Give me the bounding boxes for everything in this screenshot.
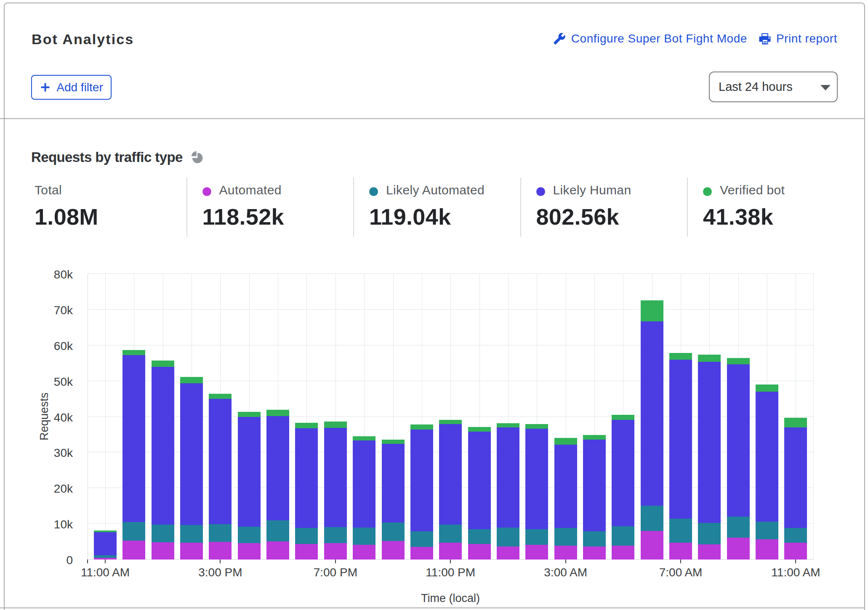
bar-segment-likely-automated [525, 529, 548, 545]
stat-label: Verified bot [720, 183, 785, 197]
bar-2-00-am[interactable] [525, 424, 548, 560]
bar-segment-automated [698, 544, 721, 560]
bar-segment-likely-human [612, 420, 634, 526]
add-filter-button[interactable]: Add filter [31, 75, 112, 100]
bar-1-00-pm[interactable] [152, 361, 174, 560]
bar-11-00-am[interactable] [94, 530, 117, 560]
bar-10-00-pm[interactable] [410, 424, 433, 560]
header-links: Configure Super Bot Fight Mode Print rep… [553, 32, 837, 45]
bar-11-00-pm[interactable] [439, 420, 462, 560]
bar-segment-likely-human [295, 428, 318, 528]
bar-segment-likely-human [641, 321, 663, 506]
stat-verified-bot: Verified bot41.38k [687, 178, 854, 237]
bar-segment-verified-bot [525, 424, 548, 429]
bar-4-00-am[interactable] [583, 435, 606, 560]
bar-segment-verified-bot [382, 440, 405, 444]
bar-segment-verified-bot [266, 410, 289, 416]
bar-8-00-pm[interactable] [353, 436, 375, 560]
bar-segment-automated [152, 542, 174, 560]
x-axis-title: Time (local) [421, 592, 480, 605]
bar-segment-automated [324, 543, 347, 560]
bar-segment-verified-bot [497, 423, 519, 427]
bar-segment-automated [554, 546, 577, 560]
y-tick-label: 0 [66, 554, 73, 567]
stat-label: Likely Human [553, 183, 631, 197]
bar-segment-verified-bot [612, 415, 634, 420]
x-tick-label: 3:00 PM [198, 566, 242, 579]
bar-5-00-pm[interactable] [266, 410, 289, 560]
bar-segment-verified-bot [410, 424, 433, 430]
bar-segment-likely-automated [784, 528, 807, 543]
y-axis-title: Requests [38, 393, 51, 440]
wrench-icon [553, 32, 566, 45]
configure-link-label: Configure Super Bot Fight Mode [571, 32, 747, 45]
bar-1-00-am[interactable] [497, 423, 519, 560]
bar-segment-likely-automated [266, 520, 289, 541]
bar-segment-likely-human [266, 416, 289, 520]
bar-2-00-pm[interactable] [180, 377, 203, 560]
bar-segment-likely-human [583, 440, 606, 531]
stat-value: 119.04k [369, 204, 520, 230]
requests-chart: Requests Time (local) 010k20k30k40k50k60… [0, 252, 868, 607]
bar-4-00-pm[interactable] [238, 412, 261, 560]
stat-value: 118.52k [202, 204, 354, 230]
bar-segment-verified-bot [238, 412, 261, 417]
bar-7-00-am[interactable] [669, 353, 692, 560]
bar-segment-automated [266, 541, 289, 560]
bar-segment-verified-bot [756, 385, 778, 392]
bar-6-00-am[interactable] [641, 300, 663, 560]
bar-segment-likely-automated [295, 528, 318, 544]
bar-segment-likely-human [238, 417, 261, 527]
x-tick-mark [680, 560, 681, 563]
y-tick-label: 50k [54, 375, 73, 389]
stat-label: Automated [219, 183, 282, 197]
bar-segment-likely-automated [554, 528, 577, 546]
stat-label: Likely Automated [386, 183, 485, 197]
x-tick-mark [565, 560, 566, 563]
bar-segment-likely-human [497, 427, 519, 528]
bar-segment-automated [180, 543, 203, 560]
bar-12-00-am[interactable] [468, 427, 491, 560]
bar-segment-likely-automated [756, 522, 778, 539]
bar-segment-verified-bot [698, 355, 721, 362]
bar-8-00-am[interactable] [698, 355, 721, 560]
print-report-link[interactable]: Print report [759, 32, 837, 45]
bar-segment-likely-automated [497, 528, 519, 546]
bar-segment-verified-bot [122, 350, 145, 355]
plot-right-edge-line [813, 274, 814, 560]
bar-segment-verified-bot [324, 422, 347, 428]
bar-segment-verified-bot [152, 361, 174, 367]
y-tick-label: 80k [54, 268, 73, 281]
stat-likely-automated: Likely Automated119.04k [353, 178, 520, 237]
bar-12-00-pm[interactable] [122, 350, 145, 560]
bar-3-00-pm[interactable] [209, 394, 232, 560]
bar-segment-automated [583, 546, 606, 560]
x-tick-label: 7:00 AM [659, 566, 703, 579]
bar-10-00-am[interactable] [756, 385, 778, 560]
bar-11-00-am[interactable] [784, 418, 807, 560]
bar-segment-likely-human [756, 392, 778, 522]
plus-icon [40, 82, 51, 93]
legend-dot [536, 187, 545, 196]
bar-segment-likely-human [468, 432, 491, 529]
bar-segment-verified-bot [209, 394, 232, 399]
bar-segment-verified-bot [669, 353, 692, 360]
time-range-value: Last 24 hours [719, 80, 793, 94]
bar-6-00-pm[interactable] [295, 423, 318, 560]
bar-segment-automated [353, 545, 375, 560]
bar-segment-likely-automated [152, 525, 174, 542]
bar-segment-likely-automated [353, 528, 375, 545]
bar-segment-likely-automated [669, 519, 692, 543]
bar-7-00-pm[interactable] [324, 422, 347, 560]
time-range-select[interactable]: Last 24 hours [709, 72, 838, 102]
bar-3-00-am[interactable] [554, 438, 577, 560]
bar-9-00-am[interactable] [727, 358, 750, 560]
configure-super-bot-fight-mode-link[interactable]: Configure Super Bot Fight Mode [553, 32, 747, 45]
x-tick-mark [105, 560, 106, 563]
bar-segment-likely-human [94, 532, 117, 555]
x-tick-label: 11:00 AM [771, 566, 820, 579]
bar-segment-automated [468, 544, 491, 560]
bar-5-00-am[interactable] [612, 415, 634, 560]
bar-9-00-pm[interactable] [382, 440, 405, 560]
bar-segment-automated [727, 538, 750, 560]
